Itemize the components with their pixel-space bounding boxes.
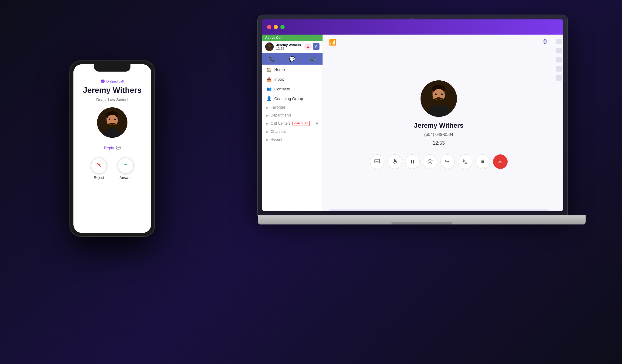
add-call-button[interactable] — [423, 154, 437, 169]
sidebar-section-favorites-label: Favorites — [271, 105, 286, 110]
chevron-favorites-icon: ▶ — [266, 106, 269, 109]
sidebar-section-recent[interactable]: ▶ Recent — [262, 136, 323, 143]
svg-rect-17 — [413, 160, 414, 163]
end-call-button[interactable] — [493, 154, 508, 169]
transfer-button[interactable] — [440, 154, 455, 169]
right-dot-4 — [556, 66, 562, 72]
chevron-callcenters-icon: ▶ — [266, 122, 269, 125]
action-bar: 📞 💬 📹 — [262, 53, 323, 65]
reject-icon — [95, 160, 103, 171]
svg-point-22 — [482, 160, 482, 161]
sidebar-section-recent-label: Recent — [271, 137, 282, 142]
close-button[interactable] — [267, 25, 271, 29]
sidebar-section-favorites[interactable]: ▶ Favorites — [262, 103, 323, 111]
sidebar-item-coaching-group[interactable]: 👤 Coaching Group — [262, 94, 323, 103]
active-call-banner: Active Call — [262, 35, 323, 41]
caller-info-small: Jeremy Withers 12:53 — [276, 43, 302, 50]
right-dot-3 — [556, 57, 562, 62]
keypad-button[interactable] — [475, 154, 490, 169]
view-conversation-bar[interactable]: 💬 View Conversation — [329, 209, 549, 211]
sidebar-section-channels-label: Channels — [271, 130, 286, 134]
main-content: 📶 🎙 — [323, 35, 555, 211]
laptop: Active Call Jeremy Withers — [258, 15, 567, 234]
caller-time-small: 12:53 — [276, 47, 302, 50]
chat-tab-button[interactable]: 💬 — [282, 53, 302, 65]
right-dot-2 — [556, 48, 562, 53]
chevron-departments-icon: ▶ — [266, 114, 269, 117]
maximize-button[interactable] — [280, 25, 285, 29]
contact-name-main: Jeremy Withers — [414, 122, 464, 130]
reply-label: Reply — [104, 146, 114, 150]
svg-point-29 — [482, 162, 483, 163]
svg-point-25 — [482, 161, 482, 162]
main-header: 📶 🎙 — [323, 35, 555, 50]
contact-phone: (604) 649-0504 — [424, 132, 453, 137]
call-controls: REC — [370, 154, 508, 169]
phone-app-content: Dialpad call Jeremy Withers Dean, Law Sc… — [73, 76, 151, 233]
call-action-buttons: ⇄ Vi — [304, 43, 319, 50]
svg-point-30 — [483, 162, 484, 163]
video-tab-button[interactable]: 📹 — [303, 53, 323, 65]
laptop-screen: Active Call Jeremy Withers — [262, 19, 563, 211]
answer-button[interactable] — [117, 157, 134, 174]
off-duty-badge: OFF DUTY — [292, 121, 310, 126]
svg-rect-14 — [394, 159, 396, 162]
sidebar-item-contacts[interactable]: 👥 Contacts — [262, 84, 323, 94]
contact-avatar-large — [421, 80, 457, 117]
sidebar-item-home[interactable]: 🏠 Home — [262, 65, 323, 74]
sidebar-item-inbox[interactable]: 📥 Inbox — [262, 74, 323, 84]
right-dot-1 — [556, 39, 562, 44]
sidebar-section-callcenters-label: Call Centers — [271, 121, 291, 126]
svg-point-36 — [109, 119, 110, 120]
sidebar-section-channels[interactable]: ▶ Channels — [262, 128, 323, 136]
phone-body: Dialpad call Jeremy Withers Dean, Law Sc… — [70, 61, 155, 237]
home-icon: 🏠 — [266, 67, 271, 72]
svg-point-23 — [482, 160, 483, 161]
call-timer: 12:53 — [433, 140, 445, 146]
record-button[interactable]: REC — [370, 154, 384, 169]
svg-point-1 — [268, 44, 271, 48]
phone-avatar — [97, 107, 127, 138]
caller-avatar-small — [265, 42, 274, 51]
svg-point-8 — [433, 97, 444, 105]
laptop-lid: Active Call Jeremy Withers — [258, 15, 567, 215]
reply-button[interactable]: Reply 💬 — [104, 146, 120, 150]
reject-label: Reject — [94, 176, 104, 180]
minimize-button[interactable] — [274, 25, 278, 29]
sidebar-section-call-centers[interactable]: ▶ Call Centers OFF DUTY ≡ — [262, 119, 323, 128]
svg-point-27 — [483, 161, 484, 162]
vi-button[interactable]: Vi — [313, 43, 319, 50]
chevron-channels-icon: ▶ — [266, 130, 269, 133]
sidebar-label-coaching: Coaching Group — [274, 96, 303, 101]
hamburger-icon: ≡ — [316, 121, 318, 126]
svg-point-28 — [482, 162, 482, 163]
title-bar — [262, 19, 563, 35]
reject-button[interactable] — [91, 157, 107, 174]
active-call-item[interactable]: Jeremy Withers 12:53 ⇄ Vi — [262, 41, 323, 53]
phone-caller-name: Jeremy Withers — [83, 86, 141, 95]
dialpad-logo: Dialpad call — [101, 79, 124, 83]
scene: Active Call Jeremy Withers — [0, 0, 622, 364]
contact-avatar-svg — [421, 80, 457, 117]
mute-button[interactable] — [387, 154, 402, 169]
answer-icon — [121, 160, 130, 171]
caller-name-small: Jeremy Withers — [276, 43, 302, 47]
svg-point-37 — [114, 119, 116, 120]
sidebar-section-departments[interactable]: ▶ Departments — [262, 111, 323, 119]
phone-action-row: Reject Answer — [79, 157, 145, 180]
mic-icon: 🎙 — [542, 38, 549, 46]
hold-button[interactable] — [405, 154, 420, 169]
svg-point-18 — [429, 160, 431, 162]
svg-point-10 — [441, 93, 443, 95]
mute-small-button[interactable]: ⇄ — [304, 43, 312, 50]
call-tab-button[interactable]: 📞 — [262, 53, 282, 65]
sidebar-label-contacts: Contacts — [274, 87, 290, 91]
inbox-icon: 📥 — [266, 77, 271, 82]
answer-item: Answer — [117, 157, 134, 180]
sidebar-section-departments-label: Departments — [271, 113, 292, 117]
sidebar-label-inbox: Inbox — [274, 77, 284, 82]
callback-button[interactable] — [458, 154, 472, 169]
phone: Dialpad call Jeremy Withers Dean, Law Sc… — [70, 61, 155, 237]
coaching-icon: 👤 — [266, 96, 271, 101]
contacts-icon: 👥 — [266, 86, 271, 91]
